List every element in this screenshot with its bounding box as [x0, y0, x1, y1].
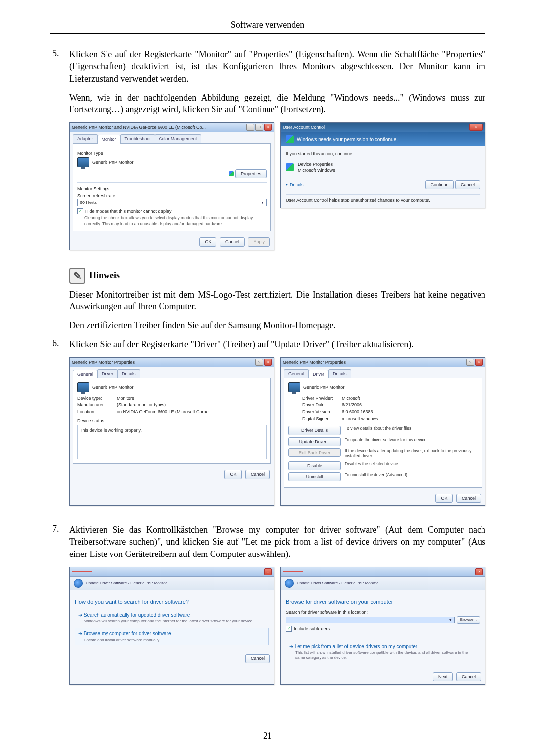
- dialog-title: User Account Control: [283, 124, 325, 130]
- close-icon[interactable]: ×: [475, 359, 483, 366]
- wizard-heading: How do you want to search for driver sof…: [75, 598, 269, 605]
- cancel-button[interactable]: Cancel: [456, 494, 481, 503]
- uac-banner: Windows needs your permission to contion…: [297, 136, 398, 143]
- back-icon[interactable]: [74, 579, 83, 588]
- disable-button[interactable]: Disable: [288, 461, 341, 470]
- apply-button[interactable]: Apply: [248, 237, 270, 246]
- location-select[interactable]: ▼: [286, 617, 455, 623]
- monitor-icon: [77, 382, 89, 392]
- dialog-update-driver-browse: × Update Driver Software - Generic PnP M…: [280, 567, 485, 685]
- refresh-rate-label: Screen refresh rate:: [77, 193, 267, 199]
- maximize-icon[interactable]: □: [255, 124, 263, 131]
- button-description: To view details about the driver files.: [345, 426, 478, 431]
- device-status-label: Device status: [77, 418, 267, 424]
- option-let-me-pick[interactable]: ➔ Let me pick from a list of device driv…: [286, 641, 480, 663]
- ok-button[interactable]: OK: [199, 237, 216, 246]
- cancel-button[interactable]: Cancel: [245, 654, 270, 663]
- tab-color-management[interactable]: Color Management: [155, 134, 202, 143]
- tab-troubleshoot[interactable]: Troubleshoot: [120, 134, 155, 143]
- monitor-settings-label: Monitor Settings: [77, 186, 267, 192]
- cancel-button[interactable]: Cancel: [455, 180, 480, 189]
- close-icon[interactable]: ×: [469, 124, 483, 131]
- title-decoration: [72, 571, 92, 572]
- include-subfolders-checkbox[interactable]: ✓: [286, 626, 292, 632]
- hinweis-text-1: Dieser Monitortreiber ist mit dem MS-Log…: [69, 289, 485, 313]
- help-icon[interactable]: ?: [255, 359, 263, 366]
- option-browse-computer[interactable]: ➔ Browse my computer for driver software…: [75, 628, 269, 645]
- tab-general[interactable]: General: [284, 369, 309, 378]
- hide-modes-checkbox[interactable]: ✓: [77, 208, 83, 214]
- close-icon[interactable]: ×: [264, 124, 272, 131]
- cancel-button[interactable]: Cancel: [456, 672, 481, 681]
- uac-app-name: Device Properties: [298, 161, 335, 167]
- chevron-down-icon[interactable]: ▾: [286, 182, 288, 188]
- option-description: Windows will search your computer and th…: [84, 619, 266, 624]
- monitor-type-label: Monitor Type: [77, 151, 267, 156]
- browse-button[interactable]: Browse...: [457, 616, 480, 624]
- roll-back-driver-button[interactable]: Roll Back Driver: [288, 448, 341, 457]
- monitor-icon: [77, 157, 89, 167]
- refresh-rate-select[interactable]: 60 Hertz ▼: [77, 199, 267, 206]
- properties-button[interactable]: Properties: [235, 169, 267, 178]
- monitor-icon: [288, 382, 300, 392]
- next-button[interactable]: Next: [433, 672, 453, 681]
- note-icon: ✎: [69, 268, 85, 284]
- hide-modes-description: Clearing this check box allows you to se…: [84, 215, 267, 227]
- wizard-heading: Browse for driver software on your compu…: [286, 598, 480, 605]
- hinweis-title: Hinweis: [89, 270, 120, 281]
- driver-details-button[interactable]: Driver Details: [288, 426, 341, 435]
- button-description: To uninstall the driver (Advanced).: [345, 472, 478, 478]
- title-decoration: [283, 571, 303, 572]
- close-icon[interactable]: ×: [475, 568, 483, 575]
- refresh-rate-value: 60 Hertz: [80, 200, 97, 205]
- cancel-button[interactable]: Cancel: [220, 237, 245, 246]
- option-label: Search automatically for updated driver …: [84, 612, 190, 618]
- dialog-update-driver-search: × Update Driver Software - Generic PnP M…: [69, 567, 274, 685]
- tab-driver[interactable]: Driver: [308, 370, 329, 378]
- device-name: Generic PnP Monitor: [303, 384, 344, 390]
- kv-value: on NVIDIA GeForce 6600 LE (Microsoft Cor…: [117, 409, 209, 415]
- ok-button[interactable]: OK: [224, 470, 242, 479]
- tab-general[interactable]: General: [73, 370, 98, 378]
- tab-details[interactable]: Details: [117, 369, 140, 378]
- kv-key: Device type:: [77, 395, 117, 401]
- kv-value: 6.0.6000.16386: [342, 409, 373, 415]
- hinweis-heading: ✎ Hinweis: [69, 268, 485, 284]
- step-7-text: Aktivieren Sie das Kontrollkästchen "Bro…: [69, 524, 485, 560]
- option-label: Browse my computer for driver software: [84, 631, 171, 636]
- close-icon[interactable]: ×: [264, 359, 272, 366]
- tab-details[interactable]: Details: [328, 369, 351, 378]
- dialog-title: Generic PnP Monitor Properties: [72, 359, 135, 365]
- dialog-properties-driver: Generic PnP Monitor Properties ? × Gener…: [280, 357, 485, 506]
- search-location-label: Search for driver software in this locat…: [286, 609, 480, 615]
- uninstall-button[interactable]: Uninstall: [288, 472, 341, 481]
- dialog-title: Generic PnP Monitor Properties: [283, 359, 346, 365]
- kv-value: microsoft windows: [342, 416, 378, 422]
- button-description: If the device fails after updating the d…: [345, 448, 478, 459]
- step-5-text-2: Wenn, wie in der nachfolgenden Abbildung…: [69, 92, 485, 116]
- help-icon[interactable]: ?: [466, 359, 474, 366]
- cancel-button[interactable]: Cancel: [245, 470, 270, 479]
- details-link[interactable]: Details: [290, 182, 304, 188]
- chevron-down-icon: ▼: [449, 618, 452, 622]
- chevron-down-icon: ▼: [261, 201, 264, 205]
- tab-monitor[interactable]: Monitor: [97, 135, 121, 143]
- dialog-properties-general: Generic PnP Monitor Properties ? × Gener…: [69, 357, 274, 506]
- option-search-auto[interactable]: ➔ Search automatically for updated drive…: [75, 609, 269, 627]
- close-icon[interactable]: ×: [264, 568, 272, 575]
- dialog-uac: User Account Control × Windows needs you…: [280, 122, 485, 208]
- continue-button[interactable]: Continue: [425, 180, 454, 189]
- kv-value: (Standard monitor types): [117, 402, 166, 408]
- option-description: Locate and install driver software manua…: [84, 638, 266, 643]
- update-driver-button[interactable]: Update Driver...: [288, 437, 341, 446]
- back-icon[interactable]: [285, 579, 294, 588]
- uac-footer-text: User Account Control helps stop unauthor…: [286, 197, 480, 203]
- ok-button[interactable]: OK: [435, 494, 453, 503]
- option-description: This list will show installed driver sof…: [295, 650, 477, 661]
- kv-key: Driver Version:: [302, 409, 342, 415]
- tab-driver[interactable]: Driver: [97, 369, 118, 378]
- step-5-text-1: Klicken Sie auf der Registerkarte "Monit…: [69, 49, 485, 85]
- dialog-title: Generic PnP Monitor and NVIDIA GeForce 6…: [72, 124, 206, 130]
- minimize-icon[interactable]: _: [246, 124, 254, 131]
- tab-adapter[interactable]: Adapter: [73, 134, 98, 143]
